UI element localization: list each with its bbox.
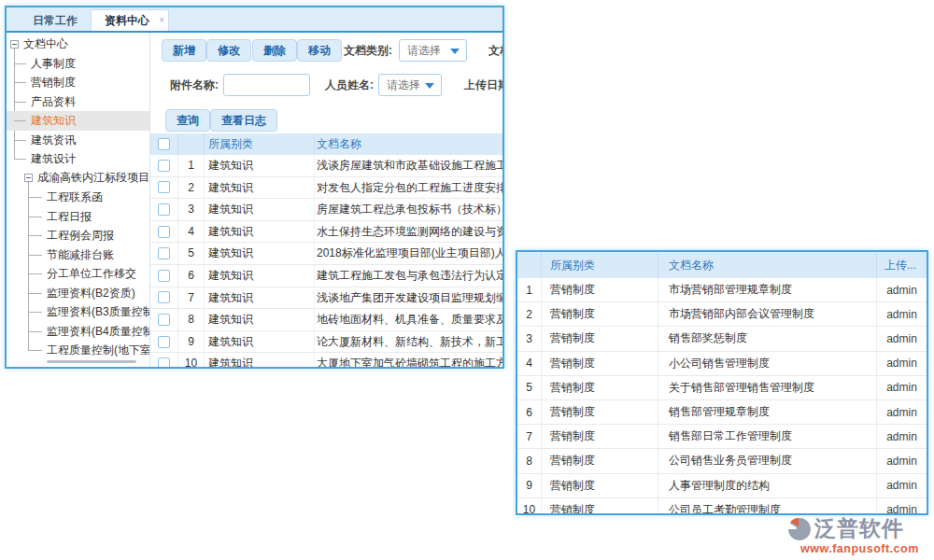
screen: 日常工作 资料中心 × 文档中心 人事制度 营销制度: [0, 0, 934, 560]
table-row[interactable]: 5 建筑知识 2018标准化监理项目部(业主项目部)人员...: [150, 243, 502, 265]
row-checkbox[interactable]: [158, 336, 170, 348]
table-row[interactable]: 7 营销制度 销售部日常工作管理制度 admin: [517, 425, 927, 449]
row-index: 10: [178, 353, 205, 367]
tree-item[interactable]: 监理资料(B2资质): [7, 284, 149, 303]
row-doc-name: 水土保持生态环境监测网络的建设与资...: [315, 221, 502, 243]
table-header-row: 所属别类 文档名称: [150, 133, 502, 155]
row-category: 营销制度: [542, 352, 658, 375]
tree-item[interactable]: 监理资料(B3质量控制): [7, 302, 149, 322]
row-checkbox[interactable]: [158, 203, 170, 216]
tree-item[interactable]: 监理资料(B4质量控制): [7, 322, 149, 342]
row-checkbox[interactable]: [158, 357, 170, 367]
marketing-docs-window: 所属别类 文档名称 上传... 1 营销制度 市场营销部管理规章制度 admin…: [516, 250, 928, 515]
tree-item[interactable]: 工程日报: [7, 207, 149, 227]
table-row[interactable]: 1 营销制度 市场营销部管理规章制度 admin: [517, 278, 927, 302]
table-row[interactable]: 8 建筑知识 地砖地面材料、机具准备、质量要求及...: [150, 309, 502, 331]
row-checkbox[interactable]: [158, 314, 170, 326]
table-row[interactable]: 6 营销制度 销售部管理规章制度 admin: [517, 400, 927, 425]
table-row[interactable]: 8 营销制度 公司销售业务员管理制度 admin: [517, 449, 927, 473]
tree-item[interactable]: 节能减排台账: [7, 245, 149, 265]
tree-item[interactable]: 产品资料: [7, 92, 149, 112]
tree-item[interactable]: 建筑资讯: [7, 131, 149, 150]
name-column-header: 文档名称: [658, 252, 877, 278]
row-checkbox[interactable]: [158, 270, 170, 282]
attachment-name-label: 附件名称:: [170, 74, 219, 96]
tree-item[interactable]: 建筑设计: [7, 149, 149, 169]
row-uploader: admin: [877, 449, 927, 472]
row-doc-name: 人事管理制度的结构: [658, 474, 877, 497]
edit-button[interactable]: 修改: [206, 39, 251, 62]
row-checkbox[interactable]: [158, 291, 170, 303]
table-body: 1 建筑知识 浅谈房屋建筑和市政基础设施工程施工... 2 建筑知识 对发包人指…: [150, 155, 502, 367]
row-doc-name: 建筑工程施工发包与承包违法行为认定...: [315, 265, 502, 287]
tree-node-document-center[interactable]: 文档中心: [7, 35, 149, 54]
table-row[interactable]: 2 建筑知识 对发包人指定分包的工程施工进度安排...: [150, 177, 502, 200]
table-row[interactable]: 1 建筑知识 浅谈房屋建筑和市政基础设施工程施工...: [150, 155, 502, 177]
tree-item[interactable]: 工程例会周报: [7, 226, 149, 245]
query-button[interactable]: 查询: [165, 109, 210, 132]
add-button[interactable]: 新增: [162, 39, 206, 62]
table-row[interactable]: 4 建筑知识 水土保持生态环境监测网络的建设与资...: [150, 221, 502, 244]
table-row[interactable]: 7 建筑知识 浅谈地产集团开发建设项目监理规划编...: [150, 287, 502, 310]
row-checkbox[interactable]: [158, 247, 170, 259]
person-name-label: 人员姓名:: [325, 74, 374, 96]
row-category: 建筑知识: [205, 155, 315, 176]
table-row[interactable]: 4 营销制度 小公司销售管理制度 admin: [517, 352, 927, 376]
close-icon[interactable]: ×: [159, 10, 164, 31]
tree-item[interactable]: 建筑知识: [7, 111, 149, 131]
collapse-icon[interactable]: [24, 174, 33, 182]
table-row[interactable]: 9 建筑知识 论大厦新材料、新结构、新技术，新工...: [150, 331, 502, 354]
table-row[interactable]: 10 营销制度 公司员工考勤管理制度 admin: [517, 498, 927, 515]
tab-data-center[interactable]: 资料中心 ×: [91, 9, 169, 31]
tree-item[interactable]: 工程联系函: [7, 188, 149, 207]
doc-name-label-clipped: 文档名称:: [488, 39, 502, 62]
row-doc-name: 大厦地下室加气砼墙砌筑工程的施工方...: [315, 353, 502, 367]
row-index: 2: [178, 177, 205, 199]
row-doc-name: 公司销售业务员管理制度: [658, 449, 877, 472]
row-index: 3: [178, 199, 205, 220]
table-row[interactable]: 3 营销制度 销售部奖惩制度 admin: [517, 327, 927, 351]
table-row[interactable]: 6 建筑知识 建筑工程施工发包与承包违法行为认定...: [150, 265, 502, 287]
move-button[interactable]: 移动: [297, 39, 342, 62]
person-name-select[interactable]: 请选择: [378, 74, 442, 96]
document-center-window: 日常工作 资料中心 × 文档中心 人事制度 营销制度: [5, 6, 504, 369]
delete-button[interactable]: 删除: [252, 39, 297, 62]
row-index: 10: [517, 498, 542, 515]
attachment-name-input[interactable]: [223, 74, 310, 96]
tab-daily-work[interactable]: 日常工作: [20, 10, 91, 31]
collapse-icon[interactable]: [10, 40, 19, 49]
row-uploader: admin: [877, 302, 927, 326]
doc-type-select[interactable]: 请选择: [399, 39, 467, 62]
row-index: 5: [517, 376, 542, 399]
tree-item[interactable]: 营销制度: [7, 73, 149, 92]
row-checkbox[interactable]: [158, 181, 170, 193]
row-category: 营销制度: [542, 327, 658, 350]
table-row[interactable]: 5 营销制度 关于销售部管理销售管理制度 admin: [517, 376, 927, 400]
row-index: 1: [517, 278, 542, 301]
doc-type-label: 文档类别:: [344, 39, 392, 62]
row-checkbox[interactable]: [158, 160, 170, 172]
row-category: 营销制度: [542, 474, 658, 497]
row-checkbox[interactable]: [158, 226, 170, 238]
tab-label: 资料中心: [105, 14, 149, 27]
tree-item[interactable]: 工程质量控制(地下室): [7, 341, 149, 360]
row-uploader: admin: [877, 498, 927, 515]
table-row[interactable]: 3 建筑知识 房屋建筑工程总承包投标书（技术标）...: [150, 199, 502, 221]
tree-item[interactable]: 分工单位工作移交: [7, 264, 149, 284]
row-category: 建筑知识: [205, 331, 315, 353]
row-uploader: admin: [877, 352, 927, 375]
row-index: 4: [517, 352, 542, 375]
row-doc-name: 房屋建筑工程总承包投标书（技术标）...: [315, 199, 502, 220]
row-uploader: admin: [877, 474, 927, 497]
table-row[interactable]: 10 建筑知识 大厦地下室加气砼墙砌筑工程的施工方...: [150, 353, 502, 367]
clipped-tree-item: [47, 360, 136, 365]
select-all-checkbox[interactable]: [158, 138, 170, 150]
table-row[interactable]: 2 营销制度 市场营销部内部会议管理制度 admin: [517, 302, 927, 327]
row-uploader: admin: [877, 400, 927, 424]
row-doc-name: 对发包人指定分包的工程施工进度安排...: [315, 177, 502, 199]
view-log-button[interactable]: 查看日志: [210, 109, 277, 132]
name-column-header: 文档名称: [315, 133, 502, 155]
table-row[interactable]: 9 营销制度 人事管理制度的结构 admin: [517, 474, 927, 498]
row-doc-name: 销售部管理规章制度: [658, 400, 877, 424]
tree-item[interactable]: 人事制度: [7, 54, 149, 74]
